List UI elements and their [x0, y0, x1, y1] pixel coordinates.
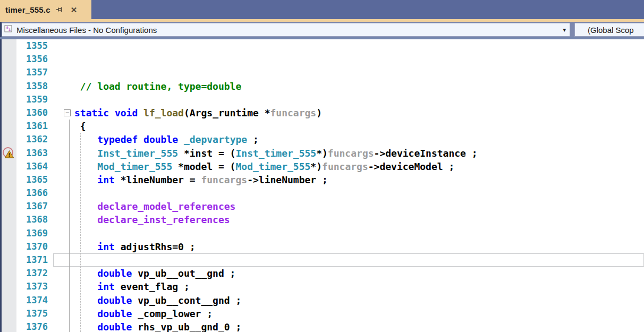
code-line: 1356: [2, 53, 644, 66]
glyph-margin[interactable]: [2, 320, 16, 332]
code-line: 1355: [2, 39, 644, 53]
project-dropdown-value: Miscellaneous Files - No Configurations: [16, 25, 157, 35]
tab-timer-555-c[interactable]: timer_555.c ✕: [0, 0, 91, 19]
code-text[interactable]: double vp_ub__cont__gnd ;: [74, 294, 644, 307]
svg-text:+: +: [9, 27, 12, 32]
code-text[interactable]: int *lineNumber = funcargs->lineNumber ;: [74, 173, 644, 186]
code-text[interactable]: [74, 66, 644, 79]
glyph-margin[interactable]: [2, 120, 16, 133]
fold-margin: [53, 240, 74, 253]
code-text[interactable]: double vp_ub__out__gnd ;: [74, 267, 644, 280]
code-line: 1373 int event_flag ;: [2, 280, 644, 293]
line-number[interactable]: 1364: [16, 160, 53, 173]
scope-dropdown[interactable]: (Global Scop: [574, 23, 644, 37]
code-line: 1366: [2, 186, 644, 200]
glyph-margin[interactable]: [2, 307, 16, 320]
code-editor[interactable]: 1355135613571358 // load routine, type=d…: [0, 39, 644, 332]
line-number[interactable]: 1355: [16, 39, 53, 53]
fold-collapse-toggle[interactable]: −: [64, 109, 71, 116]
code-text[interactable]: declare_model_references: [74, 200, 644, 213]
glyph-margin[interactable]: [2, 186, 16, 200]
code-text[interactable]: int adjustRhs=0 ;: [74, 240, 644, 253]
glyph-margin[interactable]: [2, 93, 16, 106]
code-text[interactable]: declare_inst_references: [74, 213, 644, 226]
glyph-margin[interactable]: [2, 66, 16, 79]
line-number[interactable]: 1376: [16, 320, 53, 332]
glyph-margin[interactable]: [2, 106, 16, 120]
code-text[interactable]: Inst_timer_555 *inst = (Inst_timer_555*)…: [74, 147, 644, 160]
glyph-margin[interactable]: [2, 213, 16, 226]
tab-title: timer_555.c: [5, 5, 50, 14]
misc-files-icon: + +: [4, 24, 13, 36]
glyph-margin[interactable]: [2, 253, 16, 267]
fold-margin: [53, 200, 74, 213]
code-text[interactable]: [74, 93, 644, 106]
pushpin-icon[interactable]: [56, 5, 64, 14]
line-number[interactable]: 1356: [16, 53, 53, 66]
line-number[interactable]: 1358: [16, 80, 53, 93]
code-text[interactable]: {: [74, 120, 644, 133]
glyph-margin[interactable]: [2, 294, 16, 307]
code-line: 1375 double _comp_lower ;: [2, 307, 644, 320]
fold-margin: [53, 133, 74, 146]
line-number[interactable]: 1375: [16, 307, 53, 320]
code-text[interactable]: // load routine, type=double: [74, 80, 644, 93]
code-text[interactable]: Mod_timer_555 *model = (Mod_timer_555*)f…: [74, 160, 644, 173]
code-text[interactable]: static void lf_load(Args_runtime *funcar…: [74, 106, 644, 120]
line-number[interactable]: 1360: [16, 106, 53, 120]
line-number[interactable]: 1372: [16, 267, 53, 280]
fold-margin: [53, 253, 74, 267]
code-text[interactable]: double _comp_lower ;: [74, 307, 644, 320]
code-text[interactable]: int event_flag ;: [74, 280, 644, 293]
glyph-margin[interactable]: [2, 173, 16, 186]
code-text[interactable]: double rhs_vp_ub__gnd_0 ;: [74, 320, 644, 332]
code-text[interactable]: [74, 253, 644, 267]
glyph-margin[interactable]: [2, 133, 16, 146]
code-text[interactable]: [74, 39, 644, 53]
fold-margin: [53, 66, 74, 79]
line-number[interactable]: 1370: [16, 240, 53, 253]
fold-margin: [53, 147, 74, 160]
code-line: 1363 Inst_timer_555 *inst = (Inst_timer_…: [2, 147, 644, 160]
code-line: 1374 double vp_ub__cont__gnd ;: [2, 294, 644, 307]
fold-margin: [53, 280, 74, 293]
code-line: 1365 int *lineNumber = funcargs->lineNum…: [2, 173, 644, 186]
code-line: 1371: [2, 253, 644, 267]
line-number[interactable]: 1361: [16, 120, 53, 133]
line-number[interactable]: 1359: [16, 93, 53, 106]
code-text[interactable]: [74, 186, 644, 200]
vs-editor-window: timer_555.c ✕ + + Miscella: [0, 0, 644, 332]
line-number[interactable]: 1373: [16, 280, 53, 293]
line-number[interactable]: 1363: [16, 147, 53, 160]
glyph-margin[interactable]: [2, 227, 16, 240]
code-line: 1357: [2, 66, 644, 79]
line-number[interactable]: 1357: [16, 66, 53, 79]
line-number[interactable]: 1362: [16, 133, 53, 146]
glyph-margin[interactable]: [2, 267, 16, 280]
glyph-margin[interactable]: [2, 240, 16, 253]
glyph-margin[interactable]: [2, 39, 16, 53]
line-number[interactable]: 1371: [16, 253, 53, 267]
line-number[interactable]: 1366: [16, 186, 53, 200]
code-line: 1359: [2, 93, 644, 106]
project-dropdown[interactable]: + + Miscellaneous Files - No Configurati…: [2, 23, 570, 37]
glyph-margin[interactable]: [2, 160, 16, 173]
code-text[interactable]: typedef double _depvartype ;: [74, 133, 644, 146]
line-number[interactable]: 1367: [16, 200, 53, 213]
line-number[interactable]: 1369: [16, 227, 53, 240]
fold-margin: [53, 227, 74, 240]
glyph-margin[interactable]: [2, 280, 16, 293]
navigation-bar: + + Miscellaneous Files - No Configurati…: [0, 22, 644, 37]
code-text[interactable]: [74, 227, 644, 240]
code-text[interactable]: [74, 53, 644, 66]
warning-glyph-icon[interactable]: [2, 147, 16, 160]
line-number[interactable]: 1374: [16, 294, 53, 307]
line-number[interactable]: 1365: [16, 173, 53, 186]
line-number[interactable]: 1368: [16, 213, 53, 226]
glyph-margin[interactable]: [2, 53, 16, 66]
chevron-down-icon[interactable]: ▾: [563, 27, 566, 33]
glyph-margin[interactable]: [2, 200, 16, 213]
close-icon[interactable]: ✕: [70, 5, 79, 14]
glyph-margin[interactable]: [2, 80, 16, 93]
code-line: 1361 {: [2, 120, 644, 133]
